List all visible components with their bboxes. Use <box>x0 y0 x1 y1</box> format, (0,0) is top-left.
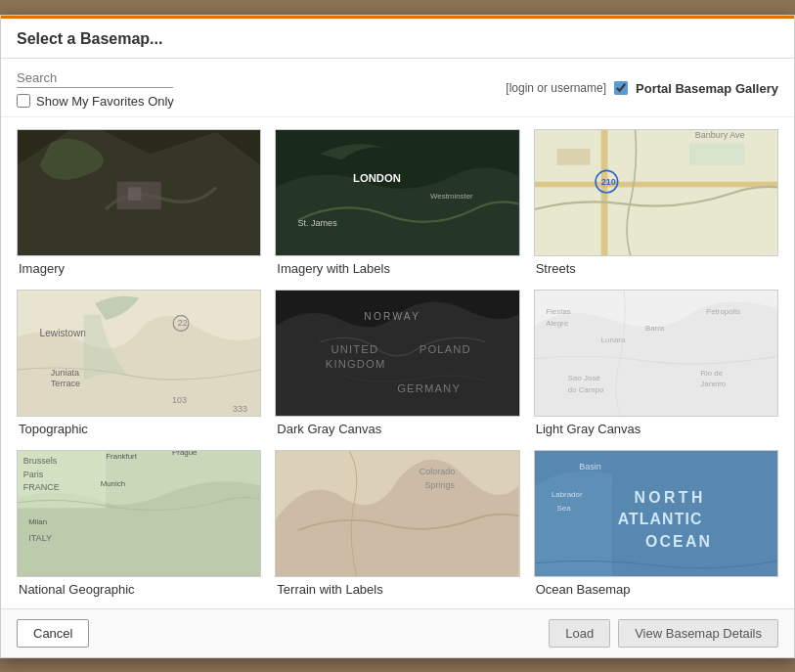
svg-text:Sea: Sea <box>556 503 571 512</box>
svg-text:ATLANTIC: ATLANTIC <box>617 511 702 527</box>
svg-text:Terrace: Terrace <box>51 378 80 387</box>
svg-text:Barra: Barra <box>645 324 665 333</box>
basemap-item-world[interactable]: Brussels Paris FRANCE Frankfurt Prague M… <box>17 450 261 597</box>
svg-rect-12 <box>689 143 744 165</box>
svg-text:do Campo: do Campo <box>568 384 604 393</box>
svg-text:Milan: Milan <box>28 517 47 526</box>
basemap-label-ocean: Ocean Basemap <box>534 582 778 597</box>
svg-text:St. James: St. James <box>298 217 338 227</box>
load-button[interactable]: Load <box>549 619 610 648</box>
basemap-item-topographic[interactable]: Lewistown Juniata Terrace 22 103 333 Top… <box>17 290 261 436</box>
dialog-header: Select a Basemap... <box>1 16 794 59</box>
basemap-label-world: National Geographic <box>17 582 261 597</box>
svg-text:LONDON: LONDON <box>353 171 401 183</box>
dialog-title: Select a Basemap... <box>17 30 162 47</box>
user-login-link[interactable]: [login or username] <box>506 81 606 95</box>
svg-rect-3 <box>128 187 142 201</box>
portal-label: Portal Basemap Gallery <box>636 81 778 96</box>
favorites-label: Show My Favorites Only <box>36 94 174 109</box>
basemap-item-ocean[interactable]: Basin Labrador Sea NORTH ATLANTIC OCEAN … <box>534 450 778 597</box>
svg-text:Munich: Munich <box>101 478 125 487</box>
svg-text:NORTH: NORTH <box>634 488 705 505</box>
svg-text:Rio de: Rio de <box>700 368 723 377</box>
svg-text:Labrador: Labrador <box>552 490 583 499</box>
svg-text:UNITED: UNITED <box>331 343 379 355</box>
svg-text:Juniata: Juniata <box>51 367 80 377</box>
basemap-item-dark-gray[interactable]: NORWAY UNITED KINGDOM POLAND GERMANY Dar… <box>275 290 519 436</box>
svg-text:Basin: Basin <box>579 461 601 470</box>
svg-text:Janeiro: Janeiro <box>700 379 726 387</box>
search-input[interactable] <box>17 68 173 88</box>
svg-text:Prague: Prague <box>172 451 198 457</box>
basemap-label-imagery: Imagery <box>17 261 261 276</box>
dialog-footer: Cancel Load View Basemap Details <box>1 608 794 657</box>
svg-text:Sao José: Sao José <box>568 374 601 382</box>
svg-text:Brussels: Brussels <box>23 456 58 466</box>
svg-text:22: 22 <box>178 317 188 327</box>
toolbar-left: Show My Favorites Only <box>17 68 174 109</box>
basemap-thumb-imagery-labels: LONDON St. James Westminster <box>275 129 519 256</box>
portal-checkbox[interactable] <box>614 81 628 95</box>
dialog-toolbar: Show My Favorites Only [login or usernam… <box>1 59 794 117</box>
basemap-thumb-ocean: Basin Labrador Sea NORTH ATLANTIC OCEAN <box>534 450 778 577</box>
footer-right: Load View Basemap Details <box>549 619 778 648</box>
favorites-checkbox[interactable] <box>17 94 30 108</box>
svg-text:210: 210 <box>600 177 615 187</box>
svg-text:Fiestas: Fiestas <box>546 307 570 316</box>
svg-text:Colorado: Colorado <box>420 467 456 476</box>
basemap-item-terrain[interactable]: Colorado Springs Terrain with Labels <box>275 450 519 597</box>
favorites-row: Show My Favorites Only <box>17 94 174 109</box>
svg-text:Lewistown: Lewistown <box>40 328 86 338</box>
basemap-label-topographic: Topographic <box>17 422 261 436</box>
svg-text:Westminster: Westminster <box>430 191 473 200</box>
basemap-thumb-dark-gray: NORWAY UNITED KINGDOM POLAND GERMANY <box>275 290 519 417</box>
basemap-item-imagery[interactable]: Imagery <box>17 129 261 276</box>
basemap-item-streets[interactable]: Banbury Ave 210 Streets <box>534 129 778 276</box>
svg-text:ITALY: ITALY <box>28 533 52 543</box>
view-basemap-details-button[interactable]: View Basemap Details <box>618 619 778 648</box>
svg-text:GERMANY: GERMANY <box>397 381 461 393</box>
basemap-label-dark-gray: Dark Gray Canvas <box>275 422 519 436</box>
basemap-thumb-terrain: Colorado Springs <box>275 450 519 577</box>
basemap-item-light-gray[interactable]: Fiestas Alegre Lunara Barra Petropolis S… <box>534 290 778 436</box>
basemap-thumb-world: Brussels Paris FRANCE Frankfurt Prague M… <box>17 450 261 577</box>
basemap-label-terrain: Terrain with Labels <box>275 582 519 597</box>
svg-text:FRANCE: FRANCE <box>23 482 60 492</box>
svg-rect-11 <box>556 148 590 164</box>
basemap-grid: Imagery LONDON St. James Westminster <box>17 129 778 597</box>
dialog-body-wrapper: Imagery LONDON St. James Westminster <box>1 117 794 608</box>
basemap-thumb-topographic: Lewistown Juniata Terrace 22 103 333 <box>17 290 261 417</box>
toolbar-right: [login or username] Portal Basemap Galle… <box>506 81 778 96</box>
basemap-thumb-streets: Banbury Ave 210 <box>534 129 778 256</box>
cancel-button[interactable]: Cancel <box>17 619 89 648</box>
svg-text:KINGDOM: KINGDOM <box>326 357 386 369</box>
basemap-label-imagery-labels: Imagery with Labels <box>275 261 519 276</box>
basemap-dialog: Select a Basemap... Show My Favorites On… <box>0 15 795 658</box>
svg-text:Banbury Ave: Banbury Ave <box>694 130 744 140</box>
svg-text:333: 333 <box>233 403 247 413</box>
svg-rect-10 <box>535 181 777 187</box>
dialog-body: Imagery LONDON St. James Westminster <box>1 117 794 608</box>
svg-text:Alegre: Alegre <box>546 318 568 327</box>
svg-text:Paris: Paris <box>23 469 44 478</box>
svg-text:103: 103 <box>172 394 187 404</box>
svg-text:Lunara: Lunara <box>600 335 625 343</box>
svg-text:NORWAY: NORWAY <box>365 311 421 322</box>
basemap-label-streets: Streets <box>534 261 778 276</box>
basemap-item-imagery-labels[interactable]: LONDON St. James Westminster Imagery wit… <box>275 129 519 276</box>
basemap-thumb-imagery <box>17 129 261 256</box>
svg-text:OCEAN: OCEAN <box>645 532 712 549</box>
basemap-thumb-light-gray: Fiestas Alegre Lunara Barra Petropolis S… <box>534 290 778 417</box>
svg-text:Petropolis: Petropolis <box>706 307 740 316</box>
svg-text:Frankfurt: Frankfurt <box>106 451 137 460</box>
svg-text:Springs: Springs <box>425 480 456 490</box>
svg-text:POLAND: POLAND <box>420 343 471 355</box>
basemap-label-light-gray: Light Gray Canvas <box>534 422 778 436</box>
